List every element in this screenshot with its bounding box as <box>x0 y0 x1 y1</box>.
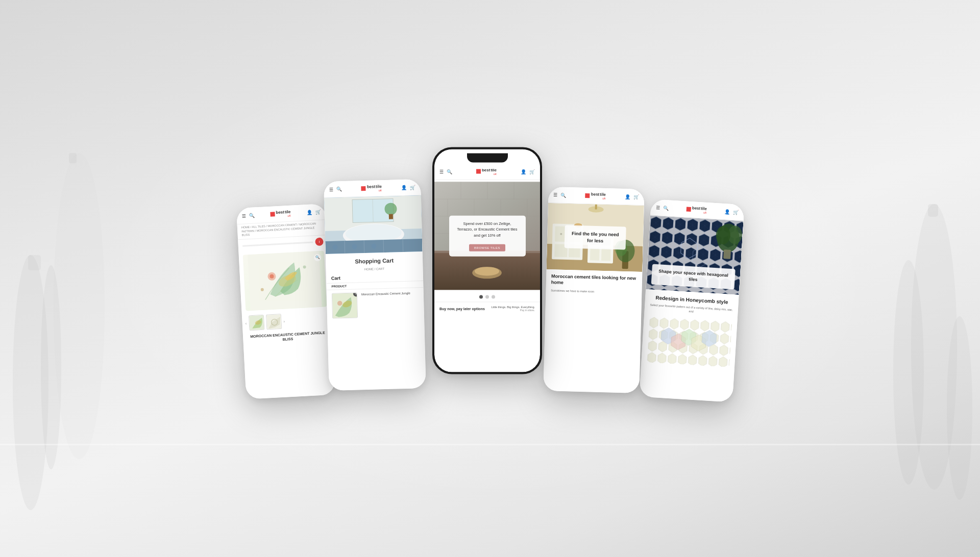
phone-1-product-page: ☰ 🔍 best tile uk 👤 🛒 <box>236 204 335 399</box>
prev-thumbnail-button[interactable]: ‹ <box>245 321 247 325</box>
phone5-left-icons: ☰ 🔍 <box>656 205 669 211</box>
user-icon-p5[interactable]: 👤 <box>724 209 730 215</box>
search-icon-p3[interactable]: 🔍 <box>447 169 452 174</box>
svg-point-55 <box>475 267 499 275</box>
phone-3-main-center: ☰ 🔍 best tile uk 👤 🛒 <box>432 147 542 374</box>
phones-showcase: ☰ 🔍 best tile uk 👤 🛒 <box>158 155 822 402</box>
phone2-header: ☰ 🔍 best tile uk 👤 🛒 <box>324 179 421 198</box>
promo-text: Spend over £500 on Zellige, Terrazzo, or… <box>456 221 519 238</box>
phone5-hero-image: Shape your space with hexagonal tiles <box>646 215 744 295</box>
phone4-header: ☰ 🔍 best tile uk 👤 🛒 <box>548 187 645 206</box>
phone2-right-icons: 👤 🛒 <box>401 185 415 190</box>
cart-icon-p4[interactable]: 🛒 <box>633 194 639 199</box>
phone2-left-icons: ☰ 🔍 <box>329 187 341 192</box>
menu-icon-p2[interactable]: ☰ <box>329 187 333 192</box>
menu-icon-p5[interactable]: ☰ <box>656 205 660 210</box>
phone4-content: ☰ 🔍 best tile uk 👤 🛒 <box>543 187 644 393</box>
phone3-left-icons: ☰ 🔍 <box>439 169 452 174</box>
phone1-product-image: 🔍 <box>243 250 327 311</box>
phone1-content: ☰ 🔍 best tile uk 👤 🛒 <box>236 204 335 399</box>
phone-4-blog: ☰ 🔍 best tile uk 👤 🛒 <box>543 187 644 393</box>
phone3-header: ☰ 🔍 best tile uk 👤 🛒 <box>434 164 540 180</box>
thumbnail-2[interactable] <box>266 314 282 330</box>
phone-2-shopping-cart: ☰ 🔍 best tile uk 👤 🛒 <box>324 179 426 391</box>
phone4-article-title: Moroccan cement tiles looking for new ho… <box>546 269 643 290</box>
phone5-hero-title: Shape your space with hexagonal tiles <box>656 268 730 285</box>
phone2-cart-item-row: × Moroccan Encaustic Cement Jungle <box>327 288 425 322</box>
phone3-right-icons: 👤 🛒 <box>521 169 535 174</box>
dot-2[interactable] <box>485 295 489 299</box>
phone5-logo: best tile uk <box>686 205 707 214</box>
phone2-hero-image <box>324 195 423 254</box>
svg-rect-73 <box>595 204 597 209</box>
svg-rect-27 <box>389 214 393 219</box>
cart-icon[interactable]: 🛒 <box>315 209 321 215</box>
phone3-buy-now-text: Buy now, pay later options <box>439 307 485 310</box>
phone5-content: ☰ 🔍 best tile uk 👤 🛒 <box>639 199 744 402</box>
phone1-left-icons: ☰ 🔍 <box>241 213 254 218</box>
phone3-carousel-dots <box>434 292 540 302</box>
cart-icon-p5[interactable]: 🛒 <box>733 210 739 215</box>
search-icon-p4[interactable]: 🔍 <box>560 192 566 197</box>
cart-item-name: Moroccan Encaustic Cement Jungle <box>361 291 419 296</box>
cart-icon-p3[interactable]: 🛒 <box>529 169 535 174</box>
svg-rect-70 <box>590 247 600 260</box>
phone3-screen: ☰ 🔍 best tile uk 👤 🛒 <box>434 149 540 372</box>
phone3-klarna-info: Little things. Big things. Everything. P… <box>491 306 535 312</box>
dot-3[interactable] <box>492 295 495 299</box>
menu-icon-p4[interactable]: ☰ <box>553 192 557 197</box>
phone1-right-icons: 👤 🛒 <box>306 209 321 215</box>
user-icon-p3[interactable]: 👤 <box>521 169 526 174</box>
svg-rect-71 <box>601 248 611 261</box>
phone4-left-icons: ☰ 🔍 <box>553 192 566 198</box>
browse-tiles-button[interactable]: BROWSE TILES <box>469 244 505 251</box>
phone4-logo: best tile uk <box>585 192 606 200</box>
phone4-right-icons: 👤 🛒 <box>625 194 639 200</box>
find-tile-text: Find the tile you need for less <box>571 231 620 245</box>
user-icon-p4[interactable]: 👤 <box>625 194 630 199</box>
phone3-hero-image: Spend over £500 on Zellige, Terrazzo, or… <box>434 180 540 292</box>
search-icon-p5[interactable]: 🔍 <box>663 205 669 211</box>
phone5-right-icons: 👤 🛒 <box>724 209 739 215</box>
phone-notch <box>467 154 508 163</box>
user-icon[interactable]: 👤 <box>306 210 312 215</box>
phone3-logo: best tile uk <box>476 168 497 175</box>
phone3-bottom-bar: Buy now, pay later options Little things… <box>434 302 540 315</box>
phone2-logo: best tile uk <box>361 184 382 192</box>
svg-rect-87 <box>723 249 731 259</box>
menu-icon[interactable]: ☰ <box>241 213 246 218</box>
search-icon-p2[interactable]: 🔍 <box>336 187 341 192</box>
phone4-hero-image: Find the tile you need for less <box>547 203 644 272</box>
product-column-header: PRODUCT <box>331 283 418 288</box>
menu-icon-p3[interactable]: ☰ <box>439 169 444 174</box>
phone5-bottom-image <box>646 316 732 367</box>
cart-icon-p2[interactable]: 🛒 <box>410 185 415 190</box>
phone2-content: ☰ 🔍 best tile uk 👤 🛒 <box>324 179 426 391</box>
thumbnail-1[interactable] <box>249 315 265 331</box>
phone-5-hexagonal: ☰ 🔍 best tile uk 👤 🛒 <box>639 199 744 402</box>
user-icon-p2[interactable]: 👤 <box>401 185 407 190</box>
phone4-find-tile-box: Find the tile you need for less <box>565 225 626 249</box>
cart-item-image: × <box>332 292 358 318</box>
phone3-promo-overlay: Spend over £500 on Zellige, Terrazzo, or… <box>449 216 526 257</box>
phone1-logo: best tile uk <box>270 210 291 218</box>
search-icon[interactable]: 🔍 <box>249 213 255 218</box>
next-thumbnail-button[interactable]: › <box>283 319 285 323</box>
dot-1-active[interactable] <box>479 295 483 299</box>
